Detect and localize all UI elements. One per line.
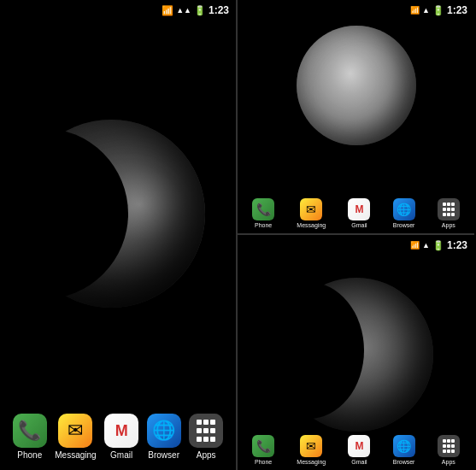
signal-icon: ▲▲ xyxy=(176,6,191,15)
messaging-icon-rb[interactable]: ✉ xyxy=(300,435,322,457)
battery-icon-rt: 🔋 xyxy=(432,5,444,16)
phone-label-rt: Phone xyxy=(255,222,272,228)
wifi-icon-rb: 📶 xyxy=(410,241,420,250)
gmail-icon-rt[interactable]: M xyxy=(348,198,370,220)
wifi-icon: 📶 xyxy=(162,5,173,16)
dock-item-gmail-rb[interactable]: M Gmail xyxy=(348,435,370,465)
dock-item-messaging-rb[interactable]: ✉ Messaging xyxy=(297,435,326,465)
gmail-icon-rb[interactable]: M xyxy=(348,435,370,457)
battery-icon: 🔋 xyxy=(194,5,206,16)
right-top-screen: 📶 ▲ 🔋 1:23 📞 Phone ✉ Messaging M Gmail xyxy=(238,0,474,235)
status-icons-left: 📶 ▲▲ 🔋 1:23 xyxy=(162,4,229,16)
apps-icon[interactable] xyxy=(189,414,223,448)
phone-icon-rt[interactable]: 📞 xyxy=(252,198,274,220)
left-screen: 📶 ▲▲ 🔋 1:23 📞 Phone ✉ Messaging M Gmail … xyxy=(0,0,238,470)
dock-left: 📞 Phone ✉ Messaging M Gmail 🌐 Browser xyxy=(0,414,236,460)
status-bar-right-top: 📶 ▲ 🔋 1:23 xyxy=(238,0,474,21)
status-time-rb: 1:23 xyxy=(447,239,467,251)
phone-icon[interactable]: 📞 xyxy=(13,414,47,448)
dock-item-apps-rt[interactable]: Apps xyxy=(438,198,460,228)
gmail-icon[interactable]: M xyxy=(104,414,138,448)
dock-item-browser[interactable]: 🌐 Browser xyxy=(147,414,181,460)
apps-label-rb: Apps xyxy=(442,459,455,465)
browser-icon-rb[interactable]: 🌐 xyxy=(393,435,415,457)
phone-label: Phone xyxy=(17,450,42,460)
gmail-label: Gmail xyxy=(110,450,132,460)
apps-icon-rb[interactable] xyxy=(438,435,460,457)
messaging-label: Messaging xyxy=(55,450,96,460)
dock-item-gmail[interactable]: M Gmail xyxy=(104,414,138,460)
dock-item-apps[interactable]: Apps xyxy=(189,414,223,460)
apps-label: Apps xyxy=(197,450,216,460)
dock-item-phone-rb[interactable]: 📞 Phone xyxy=(252,435,274,465)
wifi-icon-rt: 📶 xyxy=(410,6,420,15)
apps-label-rt: Apps xyxy=(442,222,455,228)
messaging-label-rt: Messaging xyxy=(297,222,326,228)
battery-icon-rb: 🔋 xyxy=(432,240,444,251)
phone-icon-rb[interactable]: 📞 xyxy=(252,435,274,457)
status-icons-right-top: 📶 ▲ 🔋 1:23 xyxy=(410,4,467,16)
right-bottom-screen: 📶 ▲ 🔋 1:23 📞 Phone ✉ Messaging M Gmail xyxy=(238,235,474,470)
browser-icon[interactable]: 🌐 xyxy=(147,414,181,448)
dock-item-messaging[interactable]: ✉ Messaging xyxy=(55,414,96,460)
dock-item-messaging-rt[interactable]: ✉ Messaging xyxy=(297,198,326,228)
messaging-label-rb: Messaging xyxy=(297,459,326,465)
apps-icon-rt[interactable] xyxy=(438,198,460,220)
browser-label-rb: Browser xyxy=(393,459,415,465)
messaging-icon[interactable]: ✉ xyxy=(58,414,92,448)
moon-full-right-top xyxy=(297,26,416,145)
dock-item-browser-rt[interactable]: 🌐 Browser xyxy=(393,198,415,228)
right-panels: 📶 ▲ 🔋 1:23 📞 Phone ✉ Messaging M Gmail xyxy=(238,0,474,470)
browser-label: Browser xyxy=(148,450,179,460)
dock-right-top: 📞 Phone ✉ Messaging M Gmail 🌐 Browser xyxy=(238,198,474,228)
dock-item-gmail-rt[interactable]: M Gmail xyxy=(348,198,370,228)
browser-label-rt: Browser xyxy=(393,222,415,228)
gmail-label-rb: Gmail xyxy=(351,459,367,465)
signal-icon-rb: ▲ xyxy=(422,241,430,250)
browser-icon-rt[interactable]: 🌐 xyxy=(393,198,415,220)
dock-item-browser-rb[interactable]: 🌐 Browser xyxy=(393,435,415,465)
moon-overlay-rb xyxy=(253,282,364,419)
dock-item-phone[interactable]: 📞 Phone xyxy=(13,414,47,460)
status-bar-right-bottom: 📶 ▲ 🔋 1:23 xyxy=(238,235,474,256)
dock-item-apps-rb[interactable]: Apps xyxy=(438,435,460,465)
dock-item-phone-rt[interactable]: 📞 Phone xyxy=(252,198,274,228)
status-bar-left: 📶 ▲▲ 🔋 1:23 xyxy=(0,0,236,21)
status-time-rt: 1:23 xyxy=(447,4,467,16)
gmail-label-rt: Gmail xyxy=(351,222,367,228)
status-time-left: 1:23 xyxy=(209,4,229,16)
phone-label-rb: Phone xyxy=(255,459,272,465)
dock-right-bottom: 📞 Phone ✉ Messaging M Gmail 🌐 Browser xyxy=(238,435,474,465)
messaging-icon-rt[interactable]: ✉ xyxy=(300,198,322,220)
status-icons-right-bottom: 📶 ▲ 🔋 1:23 xyxy=(410,239,467,251)
signal-icon-rt: ▲ xyxy=(422,6,430,15)
